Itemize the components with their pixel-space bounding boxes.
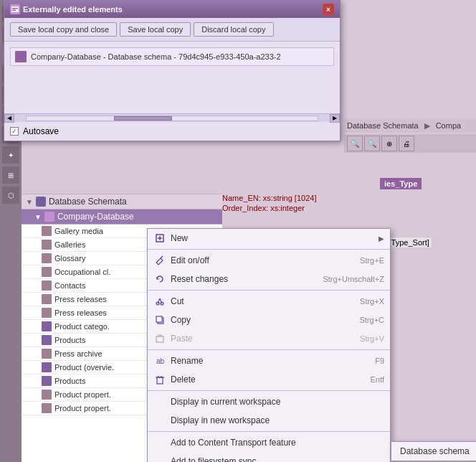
ctx-sep-3	[148, 349, 390, 350]
nav-item-icon-product-prop-2	[42, 403, 52, 413]
modal-scrollbar[interactable]: ◀ ▶	[4, 113, 340, 122]
nav-item-icon-products-1	[42, 335, 52, 345]
ctx-rename-label: Rename	[171, 356, 361, 366]
print-btn[interactable]: 🖨	[399, 136, 414, 151]
nav-item-icon-glossary	[42, 253, 52, 263]
display-new-icon	[153, 414, 166, 427]
company-db-icon	[44, 212, 54, 222]
context-menu: New ▶ Edit on/off Strg+E Reset changes S…	[147, 228, 391, 462]
ctx-display-new-label: Display in new workspace	[171, 415, 384, 425]
reset-icon	[153, 273, 166, 286]
company-db-label: Company-Database	[57, 212, 134, 222]
nav-item-icon-product-catego	[42, 321, 52, 331]
nav-item-icon-contacts	[42, 280, 52, 291]
new-icon	[153, 232, 166, 245]
ctx-new-label: New	[171, 233, 376, 243]
modal-item-text: Company-Database - Database schema - 79d…	[31, 52, 281, 61]
modal-item-icon	[15, 51, 27, 62]
edit-onoff-icon	[153, 254, 166, 267]
ctx-cut[interactable]: Cut Strg+X	[148, 292, 390, 311]
nav-item-icon-gallery-media	[42, 226, 52, 236]
svg-rect-16	[157, 377, 163, 384]
zoom-in-btn[interactable]: 🔍	[364, 136, 380, 151]
modal-title: Externally edited elements	[10, 4, 123, 14]
ctx-cut-label: Cut	[171, 296, 346, 306]
modal-list-item[interactable]: Company-Database - Database schema - 79d…	[10, 47, 334, 66]
cut-icon	[153, 295, 166, 308]
svg-line-7	[161, 256, 163, 258]
top-nav-bar: Database Schemata ▶ Compa	[344, 118, 476, 133]
modal-title-text: Externally edited elements	[23, 5, 123, 14]
ctx-rename[interactable]: ab Rename F9	[148, 352, 390, 370]
nav-item-icon-press-archive	[42, 349, 52, 359]
right-toolbar: 🔍 🔍 ⊕ 🖨	[344, 134, 476, 153]
ctx-sync-label: Add to filesystem sync	[171, 456, 384, 462]
nav-company-db[interactable]: ▼ Company-Database	[22, 209, 222, 225]
nav-db-header[interactable]: ▼ Database Schemata	[22, 194, 222, 209]
nav-arrow: ▶	[424, 121, 430, 131]
scroll-thumb	[114, 116, 172, 121]
ctx-reset[interactable]: Reset changes Strg+Umschalt+Z	[148, 270, 390, 288]
modal-titlebar: Externally edited elements ×	[4, 1, 340, 18]
modal-close-button[interactable]: ×	[323, 4, 334, 15]
modal-toolbar: Save local copy and close Save local cop…	[4, 18, 340, 42]
nav-item-icon-products-2	[42, 376, 52, 386]
expand-db-arrow[interactable]: ▼	[26, 198, 33, 206]
ctx-display-new[interactable]: Display in new workspace	[148, 411, 390, 430]
ctx-delete-label: Delete	[171, 374, 356, 385]
ctx-copy-label: Copy	[171, 315, 345, 325]
sidebar-icon-7[interactable]: ✦	[2, 146, 19, 164]
ctx-cut-shortcut: Strg+X	[360, 297, 384, 306]
submenu-db-schema[interactable]: Database schema	[391, 443, 476, 459]
rename-icon: ab	[153, 354, 166, 367]
ctx-reset-label: Reset changes	[171, 274, 308, 284]
svg-rect-14	[156, 336, 163, 342]
ctx-copy-shortcut: Strg+C	[359, 316, 384, 324]
species-type-header: ies_Type	[380, 178, 422, 189]
ctx-edit-onoff-label: Edit on/off	[171, 255, 346, 265]
paste-icon	[153, 332, 166, 345]
sidebar-icon-8[interactable]: ⊞	[2, 166, 19, 184]
db-schemata-label: Database Schemata	[347, 121, 419, 130]
scroll-right-arrow[interactable]: ▶	[330, 114, 340, 123]
delete-icon	[153, 373, 166, 386]
ctx-new[interactable]: New ▶	[148, 229, 390, 248]
save-local-close-button[interactable]: Save local copy and close	[10, 22, 117, 37]
ctx-paste-label: Paste	[171, 334, 346, 344]
zoom-fit-btn[interactable]: ⊕	[381, 136, 397, 151]
ctx-paste[interactable]: Paste Strg+V	[148, 329, 390, 348]
sidebar-icon-9[interactable]: ⬡	[2, 187, 19, 204]
ctx-transport-label: Add to Content Transport feature	[171, 438, 384, 448]
ctx-display-current-label: Display in current workspace	[171, 397, 384, 407]
name-en-label: Name_EN: xs:string [1024]	[222, 194, 316, 202]
db-icon	[36, 197, 46, 207]
ctx-display-current[interactable]: Display in current workspace	[148, 392, 390, 411]
ctx-sync[interactable]: Add to filesystem sync	[148, 452, 390, 462]
svg-rect-13	[156, 316, 162, 322]
ctx-edit-onoff[interactable]: Edit on/off Strg+E	[148, 251, 390, 270]
display-current-icon	[153, 395, 166, 408]
nav-item-icon-occupational	[42, 267, 52, 277]
nav-item-icon-product-overview	[42, 362, 52, 372]
svg-text:ab: ab	[156, 357, 165, 365]
ctx-sep-1	[148, 249, 390, 250]
ctx-delete-shortcut: Entf	[370, 375, 384, 384]
discard-button[interactable]: Discard local copy	[194, 22, 273, 37]
company-label: Compa	[436, 121, 461, 130]
ctx-delete[interactable]: Delete Entf	[148, 370, 390, 389]
zoom-out-btn[interactable]: 🔍	[347, 136, 363, 151]
field-labels: Name_EN: xs:string [1024] Order_Index: x…	[222, 194, 316, 212]
ctx-sep-5	[148, 431, 390, 432]
expand-company-arrow[interactable]: ▼	[34, 213, 42, 221]
modal-title-icon	[10, 4, 20, 14]
svg-rect-3	[12, 10, 16, 11]
save-local-button[interactable]: Save local copy	[120, 22, 191, 37]
ctx-copy[interactable]: Copy Strg+C	[148, 311, 390, 329]
autosave-checkbox[interactable]	[10, 127, 19, 136]
edit-externally-submenu: Database schema	[391, 441, 476, 461]
ctx-transport[interactable]: Add to Content Transport feature	[148, 433, 390, 452]
nav-item-icon-product-prop-1	[42, 390, 52, 400]
svg-rect-2	[12, 8, 18, 9]
scroll-left-arrow[interactable]: ◀	[4, 114, 14, 123]
modal-footer: Autosave	[4, 122, 340, 141]
